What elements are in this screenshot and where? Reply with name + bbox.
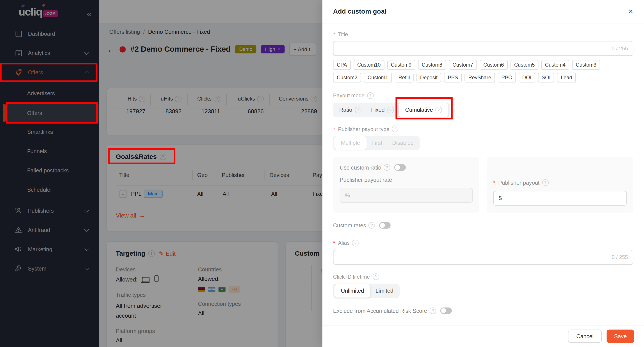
help-icon[interactable] (435, 106, 442, 113)
chip-refill[interactable]: Refill (395, 73, 414, 83)
percent-placeholder: % (345, 192, 350, 198)
use-custom-ratio-label: Use custom ratio (340, 164, 390, 171)
chip-doi[interactable]: DOI (518, 73, 535, 83)
chip-ppc[interactable]: PPC (498, 73, 516, 83)
chip-custom9[interactable]: Custom9 (387, 60, 415, 70)
chip-cpa[interactable]: CPA (333, 60, 351, 70)
save-button[interactable]: Save (607, 330, 634, 343)
click-id-limited[interactable]: Limited (371, 285, 398, 297)
publisher-payout-panel: Publisher payout $ (486, 157, 633, 213)
help-icon[interactable] (430, 307, 436, 314)
goal-type-chips-row2: Custom2 Custom1 Refill Deposit PPS RevSh… (333, 73, 634, 83)
chip-soi[interactable]: SOI (538, 73, 554, 83)
help-icon[interactable] (542, 179, 549, 186)
chip-custom10[interactable]: Custom10 (354, 60, 384, 70)
payout-mode-fixed[interactable]: Fixed (366, 104, 398, 116)
use-custom-ratio-toggle[interactable] (394, 164, 406, 171)
modal-body: Title 0 / 255 CPA Custom10 Custom9 Custo… (322, 23, 644, 314)
payout-type-disabled: Disabled (387, 137, 419, 149)
help-icon[interactable] (368, 222, 375, 229)
modal-header: Add custom goal ✕ (322, 0, 644, 23)
help-icon[interactable] (367, 92, 374, 99)
chip-pps[interactable]: PPS (444, 73, 462, 83)
character-counter: 0 / 255 (612, 45, 628, 51)
goal-type-chips-row1: CPA Custom10 Custom9 Custom8 Custom7 Cus… (333, 60, 634, 70)
custom-rates-toggle[interactable] (379, 222, 390, 229)
custom-ratio-panel: Use custom ratio Publisher payout rate % (333, 157, 480, 213)
cancel-button[interactable]: Cancel (568, 330, 602, 343)
chip-custom4[interactable]: Custom4 (541, 60, 569, 70)
payout-mode-segmented: Ratio Fixed Cumulative (333, 102, 450, 117)
title-field-label: Title (333, 31, 348, 37)
chip-custom5[interactable]: Custom5 (510, 60, 538, 70)
currency-prefix: $ (499, 195, 502, 201)
alias-label: Alias (333, 239, 359, 246)
publisher-payout-type-segmented: Multiple First Disabled (333, 136, 420, 150)
payout-mode-ratio[interactable]: Ratio (334, 104, 366, 116)
payout-type-multiple: Multiple (334, 136, 366, 150)
chip-custom1[interactable]: Custom1 (364, 73, 392, 83)
title-input[interactable]: 0 / 255 (333, 41, 634, 56)
add-custom-goal-modal: Add custom goal ✕ Title 0 / 255 CPA Cust… (322, 0, 644, 347)
modal-footer: Cancel Save (322, 325, 644, 347)
publisher-payout-input[interactable]: $ (493, 191, 627, 205)
payout-mode-cumulative[interactable]: Cumulative (399, 103, 449, 117)
chip-revshare[interactable]: RevShare (465, 73, 495, 83)
chip-custom7[interactable]: Custom7 (449, 60, 477, 70)
publisher-payout-type-label: Publisher payout type (333, 125, 398, 132)
exclude-risk-score-toggle[interactable] (440, 307, 452, 314)
modal-backdrop[interactable] (0, 0, 322, 347)
click-id-lifetime-segmented: Unlimited Limited (333, 284, 400, 298)
help-icon[interactable] (355, 106, 361, 113)
help-icon[interactable] (392, 125, 398, 132)
help-icon[interactable] (352, 239, 358, 246)
chip-lead[interactable]: Lead (557, 73, 576, 83)
click-id-lifetime-label: Click ID lifetime (333, 273, 379, 280)
close-icon[interactable]: ✕ (628, 8, 634, 15)
modal-title: Add custom goal (333, 8, 386, 15)
chip-custom2[interactable]: Custom2 (333, 73, 361, 83)
click-id-unlimited[interactable]: Unlimited (334, 284, 370, 298)
chip-deposit[interactable]: Deposit (416, 73, 441, 83)
help-icon[interactable] (387, 106, 394, 113)
help-icon[interactable] (372, 273, 379, 280)
app-root: ucliq .COM « Dashboard Analytics O (0, 0, 644, 347)
chip-custom8[interactable]: Custom8 (418, 60, 446, 70)
exclude-risk-score-label: Exclude from Accumulated Risk Score (333, 307, 436, 314)
chip-custom6[interactable]: Custom6 (480, 60, 508, 70)
payout-mode-label: Payout mode (333, 92, 374, 99)
character-counter: 0 / 255 (612, 254, 628, 260)
help-icon[interactable] (384, 164, 390, 171)
publisher-payout-rate-label: Publisher payout rate (340, 177, 392, 183)
custom-rates-label: Custom rates (333, 222, 375, 229)
chip-custom3[interactable]: Custom3 (572, 60, 600, 70)
payout-rate-input: % (340, 188, 473, 203)
payout-type-first: First (366, 137, 387, 149)
publisher-payout-label: Publisher payout (493, 179, 548, 186)
alias-input[interactable]: 0 / 255 (333, 250, 634, 264)
